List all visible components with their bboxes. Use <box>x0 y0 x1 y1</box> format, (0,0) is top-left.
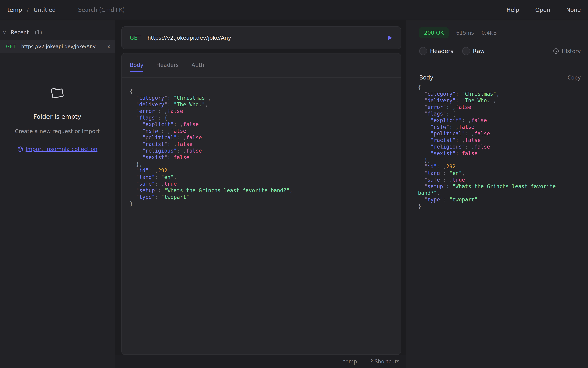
empty-state: Folder is empty Create a new request or … <box>0 86 114 153</box>
request-url-label: https://v2.jokeapi.dev/joke/Any <box>21 44 96 49</box>
sidebar: v Recent (1) GET https://v2.jokeapi.dev/… <box>0 20 114 368</box>
workspace-label[interactable]: temp <box>343 359 357 365</box>
top-bar: temp / Untitled Search (Cmd+K) Help Open… <box>0 0 588 20</box>
request-tabs: Body Headers Auth <box>122 54 401 78</box>
recent-request-row[interactable]: GET https://v2.jokeapi.dev/joke/Any x <box>0 40 114 53</box>
response-body-header: Body Copy <box>419 74 581 81</box>
workspace-name[interactable]: temp <box>7 7 22 13</box>
shortcuts-button[interactable]: ? Shortcuts <box>370 359 399 365</box>
document-name[interactable]: Untitled <box>34 7 56 13</box>
copy-button[interactable]: Copy <box>568 75 581 81</box>
response-status-row: 200 OK 615ms 0.4KB <box>419 27 581 38</box>
raw-toggle[interactable] <box>462 47 470 55</box>
url-bar: GET https://v2.jokeapi.dev/joke/Any <box>121 27 401 49</box>
clock-icon <box>553 48 559 54</box>
tab-body[interactable]: Body <box>130 62 143 72</box>
open-button[interactable]: Open <box>535 7 550 13</box>
raw-toggle-label: Raw <box>473 48 485 55</box>
url-input[interactable]: https://v2.jokeapi.dev/joke/Any <box>147 35 231 41</box>
response-body-label: Body <box>419 74 433 81</box>
chevron-down-icon[interactable]: v <box>0 30 9 35</box>
help-button[interactable]: Help <box>506 7 519 13</box>
request-pane: GET https://v2.jokeapi.dev/joke/Any Body… <box>114 20 406 355</box>
empty-title: Folder is empty <box>0 113 114 120</box>
request-editor-panel: Body Headers Auth { "category": "Christm… <box>121 53 401 355</box>
play-icon <box>386 34 393 41</box>
breadcrumb: temp / Untitled Search (Cmd+K) <box>0 7 125 13</box>
tab-headers[interactable]: Headers <box>156 62 179 71</box>
response-size: 0.4KB <box>482 30 497 36</box>
recent-count: (1) <box>35 29 42 36</box>
empty-subtitle: Create a new request or import <box>0 128 114 134</box>
recent-label: Recent <box>11 29 29 36</box>
response-body: { "category": "Christmas", "delivery": "… <box>418 84 581 210</box>
breadcrumb-separator: / <box>27 7 29 13</box>
recent-section-header[interactable]: v Recent (1) <box>0 25 114 40</box>
headers-toggle-label: Headers <box>430 48 453 55</box>
environment-selector[interactable]: None <box>566 7 581 13</box>
request-body-editor[interactable]: { "category": "Christmas", "delivery": "… <box>122 78 401 207</box>
request-method-badge: GET <box>6 44 21 49</box>
status-bar: temp ? Shortcuts <box>114 355 406 368</box>
history-button[interactable]: History <box>553 48 581 54</box>
search-input[interactable]: Search (Cmd+K) <box>78 7 125 13</box>
close-icon[interactable]: x <box>107 44 110 49</box>
tab-auth[interactable]: Auth <box>192 62 204 71</box>
status-badge: 200 OK <box>419 27 449 38</box>
response-pane: 200 OK 615ms 0.4KB Headers Raw History B… <box>406 20 588 368</box>
response-view-options: Headers Raw History <box>419 46 581 57</box>
send-button[interactable] <box>385 33 394 42</box>
package-icon <box>17 146 23 152</box>
folder-icon <box>50 85 65 101</box>
headers-toggle[interactable] <box>419 47 427 55</box>
response-time: 615ms <box>456 30 474 36</box>
method-label[interactable]: GET <box>130 35 140 41</box>
import-insomnia-link[interactable]: Import Insomnia collection <box>17 146 97 152</box>
